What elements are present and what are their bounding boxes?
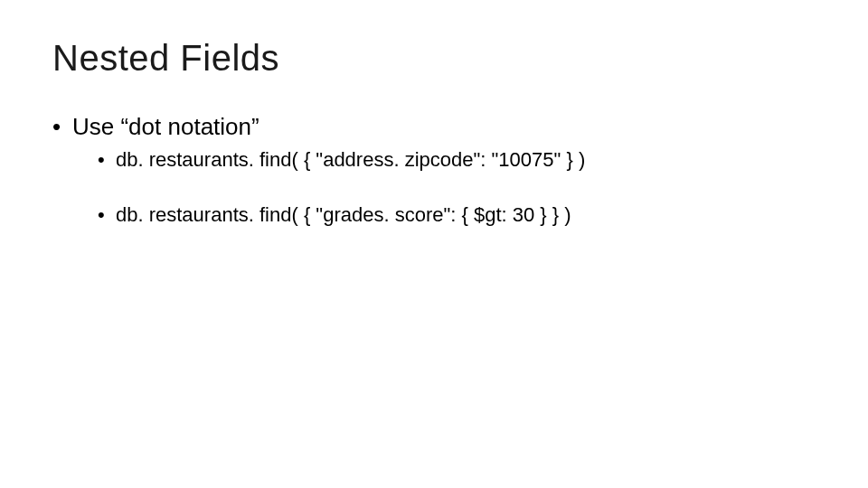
bullet-text: Use “dot notation” [72, 113, 259, 140]
sub-bullet-item: db. restaurants. find( { "grades. score"… [98, 202, 816, 230]
slide-title: Nested Fields [52, 38, 816, 79]
sub-bullet-item: db. restaurants. find( { "address. zipco… [98, 146, 816, 174]
code-example: db. restaurants. find( { "address. zipco… [116, 148, 585, 171]
bullet-list: Use “dot notation” db. restaurants. find… [52, 111, 816, 230]
code-example: db. restaurants. find( { "grades. score"… [116, 203, 571, 226]
slide: Nested Fields Use “dot notation” db. res… [0, 0, 868, 488]
bullet-item: Use “dot notation” db. restaurants. find… [52, 111, 816, 230]
sub-bullet-list: db. restaurants. find( { "address. zipco… [98, 146, 816, 230]
